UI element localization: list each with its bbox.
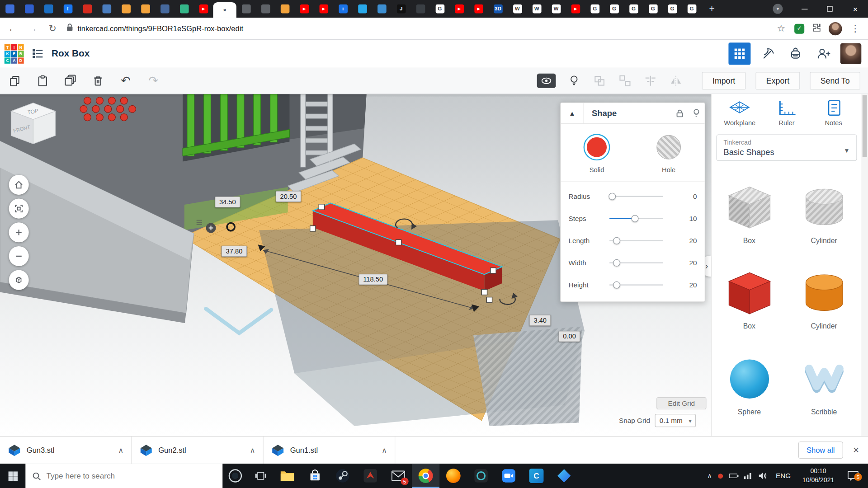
browser-tab[interactable]: ▸ <box>566 0 585 18</box>
zoom-in-button[interactable] <box>9 222 29 242</box>
firefox-icon[interactable] <box>439 464 467 488</box>
browser-tab[interactable] <box>116 0 136 18</box>
shape-category-dropdown[interactable]: Tinkercad Basic Shapes ▼ <box>716 135 857 161</box>
ruler-tool[interactable]: Ruler <box>767 99 807 127</box>
add-collaborator-icon[interactable] <box>813 43 834 65</box>
store-icon[interactable] <box>301 464 329 488</box>
volume-icon[interactable] <box>759 472 768 479</box>
download-expand-icon[interactable]: ∧ <box>382 446 387 454</box>
browser-tab[interactable] <box>275 0 295 18</box>
send-to-button[interactable]: Send To <box>810 72 860 89</box>
browser-tab[interactable]: G <box>585 0 604 18</box>
new-tab-button[interactable]: + <box>705 2 719 16</box>
delete-icon[interactable] <box>91 73 105 88</box>
browser-tab[interactable] <box>0 0 19 18</box>
dimension-label[interactable]: 118.50 <box>359 274 387 285</box>
workplane-tool[interactable]: Workplane <box>720 99 760 127</box>
copy-icon[interactable] <box>8 73 22 88</box>
browser-tab[interactable]: G <box>643 0 663 18</box>
download-item[interactable]: Gun2.stl ∧ <box>132 436 263 464</box>
edit-grid-button[interactable]: Edit Grid <box>656 397 706 409</box>
export-button[interactable]: Export <box>756 72 800 89</box>
browser-tab[interactable]: ▸ <box>449 0 469 18</box>
dimension-label[interactable]: 3.40 <box>529 315 551 326</box>
shape-tile-sphere[interactable]: Sphere <box>712 335 787 421</box>
redo-icon[interactable]: ↷ <box>146 73 160 88</box>
design-title[interactable]: Rox Box <box>52 48 90 59</box>
language-indicator[interactable]: ENG <box>774 472 793 479</box>
browser-tab[interactable] <box>155 0 175 18</box>
dimension-label[interactable]: 20.50 <box>276 191 301 202</box>
mirror-icon[interactable] <box>669 73 683 88</box>
browser-tab[interactable]: ▸ <box>194 0 213 18</box>
dashboard-grid-button[interactable] <box>728 42 750 65</box>
download-item[interactable]: Gun1.stl ∧ <box>264 436 395 464</box>
browser-tab[interactable] <box>97 0 116 18</box>
browser-tab[interactable]: G <box>430 0 449 18</box>
browser-tab[interactable]: G <box>624 0 643 18</box>
backpack-icon[interactable] <box>785 43 806 65</box>
snap-grid-select[interactable]: 0.1 mm ▾ <box>655 414 696 427</box>
3d-viewer-icon[interactable] <box>550 464 578 488</box>
dimension-label[interactable]: 0.00 <box>559 331 580 342</box>
browser-tab[interactable]: W <box>547 0 566 18</box>
align-icon[interactable] <box>643 73 658 88</box>
home-view-button[interactable] <box>9 175 29 195</box>
bookmark-star-icon[interactable]: ☆ <box>775 23 787 34</box>
network-icon[interactable] <box>744 473 753 479</box>
undo-icon[interactable]: ↶ <box>118 73 133 88</box>
browser-tab[interactable]: i <box>333 0 353 18</box>
minimize-button[interactable] <box>792 0 817 18</box>
show-all-downloads-button[interactable]: Show all <box>798 441 843 459</box>
3d-viewport[interactable]: TOP FRONT 34.50 20.50 37.80 118.50 3.40 … <box>0 94 711 436</box>
browser-tab[interactable] <box>411 0 430 18</box>
browser-tab[interactable] <box>236 0 256 18</box>
download-expand-icon[interactable]: ∧ <box>250 446 255 454</box>
tray-app-icon[interactable] <box>718 474 723 479</box>
url-field[interactable]: tinkercad.com/things/9FBOR1eSGpR-rox-box… <box>66 23 767 33</box>
start-button[interactable] <box>0 464 25 488</box>
shape-tile-orange-cylinder[interactable]: Cylinder <box>787 249 861 335</box>
visibility-bulb-icon[interactable] <box>688 108 705 118</box>
steps-slider[interactable] <box>609 218 663 219</box>
browser-tab[interactable]: f <box>58 0 78 18</box>
browser-tab[interactable]: W <box>527 0 547 18</box>
dimension-label[interactable]: 37.80 <box>222 246 247 257</box>
browser-tab[interactable]: ▸ <box>469 0 488 18</box>
browser-tab[interactable]: W <box>508 0 527 18</box>
shape-tile-red-box[interactable]: Box <box>712 249 787 335</box>
group-icon[interactable] <box>592 73 607 88</box>
browser-tab-active[interactable]: × <box>213 2 236 18</box>
cortana-button[interactable] <box>222 464 248 488</box>
slider-knob[interactable] <box>613 282 620 289</box>
dragon-center-icon[interactable] <box>357 464 384 488</box>
browser-tab[interactable] <box>19 0 39 18</box>
duplicate-icon[interactable] <box>63 73 78 88</box>
download-expand-icon[interactable]: ∧ <box>118 446 123 454</box>
action-center-button[interactable]: 5 <box>844 471 863 481</box>
clock[interactable]: 00:10 10/06/2021 <box>799 467 837 484</box>
browser-tab[interactable]: 3D <box>488 0 508 18</box>
search-input[interactable] <box>46 471 216 480</box>
maximize-button[interactable] <box>817 0 842 18</box>
extensions-puzzle-icon[interactable] <box>811 23 821 35</box>
hole-mode-button[interactable]: Hole <box>633 134 705 174</box>
media-controls-icon[interactable]: ▾ <box>773 4 783 14</box>
browser-tab[interactable]: G <box>682 0 702 18</box>
obs-icon[interactable] <box>467 464 495 488</box>
chrome-taskbar-icon[interactable] <box>412 464 439 488</box>
ungroup-icon[interactable] <box>618 73 632 88</box>
mail-icon[interactable]: 5 <box>384 464 412 488</box>
paste-icon[interactable] <box>35 73 50 88</box>
scrollbar-thumb[interactable] <box>863 95 867 157</box>
shape-tile-hole-box[interactable]: Box <box>712 163 787 249</box>
import-button[interactable]: Import <box>702 72 746 89</box>
browser-tab[interactable] <box>175 0 194 18</box>
length-slider[interactable] <box>609 240 663 241</box>
lock-icon[interactable] <box>671 109 688 118</box>
view-cube[interactable]: TOP FRONT <box>11 103 55 144</box>
browser-tab[interactable] <box>256 0 275 18</box>
panel-collapse-button[interactable]: ▲ <box>561 103 584 124</box>
download-item[interactable]: Gun3.stl ∧ <box>0 436 132 464</box>
browser-tab[interactable] <box>372 0 392 18</box>
